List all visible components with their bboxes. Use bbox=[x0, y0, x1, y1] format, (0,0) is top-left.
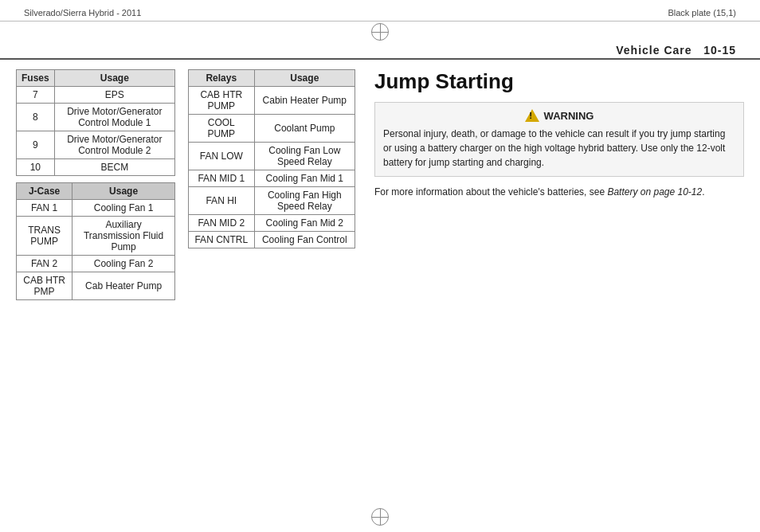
jcase-usage: Cooling Fan 1 bbox=[72, 200, 175, 217]
jcase-row: TRANS PUMPAuxiliary Transmission Fluid P… bbox=[17, 217, 175, 256]
jcase-table: J-Case Usage FAN 1Cooling Fan 1TRANS PUM… bbox=[16, 182, 175, 300]
fuses-col-header: Fuses bbox=[17, 70, 55, 87]
jcase-col-header: J-Case bbox=[17, 183, 72, 200]
page-header: Silverado/Sierra Hybrid - 2011 Black pla… bbox=[0, 0, 760, 22]
fuses-row: 10BECM bbox=[17, 159, 175, 176]
jcase-usage: Cab Heater Pump bbox=[72, 272, 175, 300]
relay-usage: Cooling Fan Mid 2 bbox=[254, 215, 355, 232]
info-prefix: For more information about the vehicle's… bbox=[374, 186, 607, 198]
relay-code: FAN MID 1 bbox=[189, 170, 255, 187]
relay-usage: Cooling Fan Mid 1 bbox=[254, 170, 355, 187]
relay-code: FAN MID 2 bbox=[189, 215, 255, 232]
relay-code: COOL PUMP bbox=[189, 115, 255, 143]
info-text: For more information about the vehicle's… bbox=[374, 185, 744, 199]
left-column: Fuses Usage 7EPS8Drive Motor/Generator C… bbox=[16, 69, 175, 300]
relay-usage: Cooling Fan Control bbox=[254, 232, 355, 248]
fuse-number: 7 bbox=[17, 87, 55, 104]
relay-code: CAB HTR PUMP bbox=[189, 87, 255, 115]
warning-header: WARNING bbox=[383, 109, 735, 122]
relay-code: FAN CNTRL bbox=[189, 232, 255, 248]
relays-row: FAN MID 1Cooling Fan Mid 1 bbox=[189, 170, 355, 187]
jcase-usage: Auxiliary Transmission Fluid Pump bbox=[72, 217, 175, 256]
jcase-code: TRANS PUMP bbox=[17, 217, 72, 256]
relay-usage: Cabin Heater Pump bbox=[254, 87, 355, 115]
relays-row: CAB HTR PUMPCabin Heater Pump bbox=[189, 87, 355, 115]
middle-column: Relays Usage CAB HTR PUMPCabin Heater Pu… bbox=[188, 69, 355, 300]
fuses-row: 9Drive Motor/Generator Control Module 2 bbox=[17, 131, 175, 159]
jcase-usage: Cooling Fan 2 bbox=[72, 256, 175, 272]
main-content: Fuses Usage 7EPS8Drive Motor/Generator C… bbox=[0, 69, 760, 300]
warning-triangle-icon bbox=[525, 109, 539, 122]
fuses-row: 8Drive Motor/Generator Control Module 1 bbox=[17, 104, 175, 131]
relay-usage: Cooling Fan High Speed Relay bbox=[254, 187, 355, 215]
fuse-usage: Drive Motor/Generator Control Module 1 bbox=[54, 104, 174, 131]
warning-label: WARNING bbox=[544, 110, 594, 122]
warning-box: WARNING Personal injury, death, or damag… bbox=[374, 102, 744, 177]
fuse-number: 10 bbox=[17, 159, 55, 176]
relays-row: COOL PUMPCoolant Pump bbox=[189, 115, 355, 143]
relay-usage: Coolant Pump bbox=[254, 115, 355, 143]
fuses-usage-header: Usage bbox=[54, 70, 174, 87]
fuse-number: 8 bbox=[17, 104, 55, 131]
fuses-row: 7EPS bbox=[17, 87, 175, 104]
relay-code: FAN LOW bbox=[189, 143, 255, 170]
info-suffix: . bbox=[702, 186, 704, 198]
info-link: Battery on page 10-12 bbox=[607, 186, 702, 198]
relays-col-header: Relays bbox=[189, 70, 255, 87]
relays-row: FAN MID 2Cooling Fan Mid 2 bbox=[189, 215, 355, 232]
jcase-code: CAB HTR PMP bbox=[17, 272, 72, 300]
warning-text: Personal injury, death, or damage to the… bbox=[383, 127, 735, 170]
section-label: Vehicle Care bbox=[616, 44, 691, 57]
jcase-code: FAN 2 bbox=[17, 256, 72, 272]
header-right: Black plate (15,1) bbox=[668, 8, 736, 18]
jcase-row: FAN 1Cooling Fan 1 bbox=[17, 200, 175, 217]
jcase-usage-header: Usage bbox=[72, 183, 175, 200]
relays-row: FAN HICooling Fan High Speed Relay bbox=[189, 187, 355, 215]
jcase-code: FAN 1 bbox=[17, 200, 72, 217]
fuse-usage: BECM bbox=[54, 159, 174, 176]
relay-code: FAN HI bbox=[189, 187, 255, 215]
jump-starting-title: Jump Starting bbox=[374, 69, 744, 94]
page-num: 10-15 bbox=[703, 44, 736, 57]
top-crosshair-container bbox=[0, 23, 760, 41]
fuse-usage: EPS bbox=[54, 87, 174, 104]
jcase-row: FAN 2Cooling Fan 2 bbox=[17, 256, 175, 272]
header-left: Silverado/Sierra Hybrid - 2011 bbox=[24, 8, 141, 18]
relays-table: Relays Usage CAB HTR PUMPCabin Heater Pu… bbox=[188, 69, 355, 248]
page-title: Vehicle Care 10-15 bbox=[616, 44, 736, 57]
fuses-table: Fuses Usage 7EPS8Drive Motor/Generator C… bbox=[16, 69, 175, 176]
relays-usage-header: Usage bbox=[254, 70, 355, 87]
relay-usage: Cooling Fan Low Speed Relay bbox=[254, 143, 355, 170]
bottom-crosshair-container bbox=[0, 508, 760, 526]
jcase-row: CAB HTR PMPCab Heater Pump bbox=[17, 272, 175, 300]
relays-row: FAN LOWCooling Fan Low Speed Relay bbox=[189, 143, 355, 170]
fuse-usage: Drive Motor/Generator Control Module 2 bbox=[54, 131, 174, 159]
relays-row: FAN CNTRLCooling Fan Control bbox=[189, 232, 355, 248]
page-title-row: Vehicle Care 10-15 bbox=[0, 41, 760, 60]
right-column: Jump Starting WARNING Personal injury, d… bbox=[368, 69, 744, 300]
fuse-number: 9 bbox=[17, 131, 55, 159]
bottom-crosshair bbox=[371, 508, 389, 526]
top-crosshair bbox=[371, 23, 389, 41]
